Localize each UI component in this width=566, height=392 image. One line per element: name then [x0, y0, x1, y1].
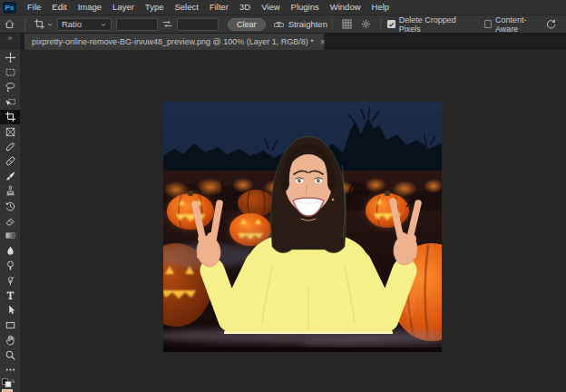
checkbox-box[interactable] [484, 20, 492, 28]
brush-tool[interactable] [0, 169, 20, 183]
menu-bar: Ps FileEditImageLayerTypeSelectFilter3DV… [0, 0, 566, 15]
straighten-button[interactable]: Straighten [273, 18, 327, 30]
earring [332, 199, 335, 201]
menu-item-file[interactable]: File [22, 0, 46, 15]
object-selection-tool[interactable] [0, 94, 20, 109]
type-tool[interactable] [0, 288, 20, 302]
straighten-label: Straighten [288, 19, 327, 29]
rectangle-tool[interactable] [0, 318, 20, 332]
crop-tool-icon [34, 18, 45, 30]
chevron-down-icon [100, 21, 107, 28]
checkbox-delete-cropped-pixels[interactable]: Delete Cropped Pixels [387, 15, 473, 34]
frame-tool[interactable] [0, 124, 20, 139]
document-tab-title: pixpretty-online-remove-BG-irvuw48_previ… [32, 37, 314, 46]
menu-item-layer[interactable]: Layer [107, 0, 140, 15]
divider [332, 18, 333, 31]
zoom-tool[interactable] [0, 348, 20, 362]
menu-item-plugins[interactable]: Plugins [286, 0, 325, 15]
checkbox-label: Content-Aware [495, 15, 545, 34]
home-button[interactable] [4, 18, 15, 30]
jack-o-lantern-right [362, 191, 413, 230]
checkbox-box[interactable] [387, 20, 395, 28]
straighten-level-icon [273, 18, 285, 30]
active-tool-badge[interactable] [34, 18, 54, 30]
divider [380, 18, 381, 31]
document-tab[interactable]: pixpretty-online-remove-BG-irvuw48_previ… [24, 34, 324, 50]
crop-width-input[interactable] [116, 18, 158, 31]
photoshop-window: Ps FileEditImageLayerTypeSelectFilter3DV… [0, 0, 566, 392]
menu-item-filter[interactable]: Filter [204, 0, 234, 15]
crop-preset-select[interactable]: Ratio [57, 18, 112, 31]
overlay-options-button[interactable] [341, 18, 353, 30]
spot-healing-brush-tool[interactable] [0, 154, 20, 169]
menu-item-view[interactable]: View [256, 0, 285, 15]
default-colors-icon[interactable] [2, 378, 15, 387]
menu-item-3d[interactable]: 3D [234, 0, 256, 15]
path-selection-tool[interactable] [0, 303, 20, 318]
crop-height-input[interactable] [177, 18, 219, 31]
menu-item-window[interactable]: Window [325, 0, 366, 15]
tool-list [0, 50, 20, 362]
canvas-bottom-edge [163, 348, 442, 352]
menu-item-image[interactable]: Image [73, 0, 107, 15]
crop-option-checkboxes: Delete Cropped PixelsContent-Aware [387, 15, 545, 34]
menu-item-select[interactable]: Select [169, 0, 203, 15]
rectangular-marquee-tool[interactable] [0, 64, 20, 79]
color-wells [1, 378, 19, 392]
tab-close-icon[interactable]: × [320, 38, 326, 46]
swap-dimensions-button[interactable] [161, 18, 173, 30]
pasteboard[interactable] [20, 50, 566, 392]
crop-tool[interactable] [0, 110, 20, 124]
checkbox-label: Delete Cropped Pixels [399, 15, 473, 34]
reset-crop-button[interactable] [545, 18, 557, 30]
eraser-tool[interactable] [0, 213, 20, 228]
crop-preset-value: Ratio [62, 19, 82, 29]
eyedropper-tool[interactable] [0, 139, 20, 153]
jack-o-lantern-left [163, 190, 218, 233]
menu-item-edit[interactable]: Edit [46, 0, 72, 15]
history-brush-tool[interactable] [0, 199, 20, 213]
clear-button[interactable]: Clear [228, 18, 266, 31]
photoshop-logo: Ps [3, 2, 16, 14]
menu-bar-items: FileEditImageLayerTypeSelectFilter3DView… [22, 0, 395, 15]
blur-tool[interactable] [0, 243, 20, 258]
menu-item-help[interactable]: Help [366, 0, 395, 15]
tab-bar: » pixpretty-online-remove-BG-irvuw48_pre… [0, 34, 566, 50]
move-tool[interactable] [0, 50, 20, 64]
divider [24, 18, 25, 31]
crop-settings-button[interactable] [360, 18, 372, 30]
pen-tool[interactable] [0, 273, 20, 288]
crop-options-bar: Ratio Clear Straighten Delete Cropped Pi… [0, 15, 566, 34]
edit-toolbar-button[interactable] [0, 364, 20, 376]
tool-panel [0, 50, 20, 392]
lasso-tool[interactable] [0, 80, 20, 94]
collapse-toolbar-button[interactable]: » [0, 34, 20, 50]
chevron-down-icon [46, 21, 54, 28]
clone-stamp-tool[interactable] [0, 184, 20, 199]
checkbox-content-aware[interactable]: Content-Aware [484, 15, 545, 34]
dodge-tool[interactable] [0, 258, 20, 272]
hand-tool[interactable] [0, 332, 20, 347]
menu-item-type[interactable]: Type [140, 0, 170, 15]
canvas-image[interactable] [163, 102, 442, 352]
gradient-tool[interactable] [0, 229, 20, 243]
